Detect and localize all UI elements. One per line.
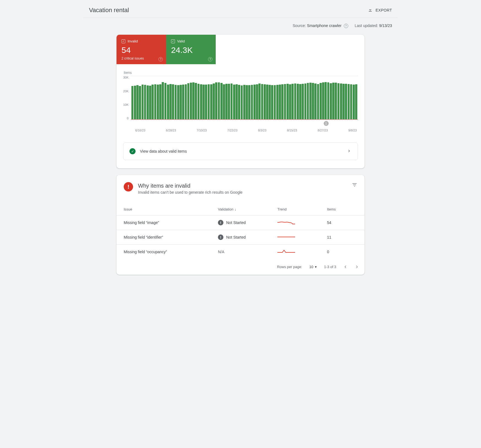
- chart-bar: [312, 83, 314, 120]
- pagination-range: 1-3 of 3: [324, 265, 336, 269]
- trend-sparkline: [270, 245, 320, 259]
- items-count: 54: [320, 215, 364, 230]
- chart-bar: [218, 82, 220, 120]
- x-tick: 8/15/23: [287, 129, 297, 132]
- help-icon[interactable]: ?: [208, 57, 212, 61]
- trend-sparkline: [270, 215, 320, 230]
- chart-bar: [325, 82, 327, 120]
- chart-bar: [134, 86, 136, 120]
- tile-invalid-value: 54: [121, 45, 161, 55]
- chart-bar: [332, 83, 334, 120]
- chart-bar: [353, 85, 355, 120]
- chevron-down-icon: ▾: [315, 265, 317, 269]
- chart-bar: [159, 84, 161, 120]
- tile-valid[interactable]: Valid 24.3K ?: [166, 35, 216, 64]
- chart-bar: [177, 85, 179, 120]
- chart-bar: [317, 84, 319, 120]
- chart-bar: [271, 85, 273, 120]
- y-tick: 30K: [123, 76, 129, 79]
- export-button[interactable]: EXPORT: [368, 7, 392, 13]
- chart-bar: [276, 85, 279, 120]
- chart-bar: [284, 84, 286, 120]
- chart-bar: [348, 84, 350, 120]
- chart-bar: [182, 85, 184, 120]
- chart-bar: [299, 84, 301, 120]
- chart-bar: [228, 84, 230, 120]
- chart-bar: [175, 85, 177, 120]
- col-trend[interactable]: Trend: [270, 203, 320, 215]
- chart-bar: [314, 83, 317, 120]
- x-tick: 6/16/23: [135, 129, 145, 132]
- chart-bar: [340, 83, 342, 120]
- chart-bar: [172, 84, 174, 120]
- chart-bar: [198, 84, 200, 120]
- validation-status: !Not Started: [211, 215, 270, 230]
- chart-bar: [269, 85, 271, 120]
- checkbox-icon: [121, 39, 125, 43]
- chart-bar: [131, 86, 134, 120]
- invalid-reasons-card: ! Why items are invalid Invalid items ca…: [117, 175, 364, 275]
- chart-bar: [294, 83, 296, 120]
- chart-bar: [190, 83, 192, 120]
- chart-bar: [297, 84, 299, 120]
- validation-status: !Not Started: [211, 230, 270, 245]
- chart-bar: [233, 85, 235, 120]
- y-tick: 10K: [123, 103, 129, 106]
- prev-page-button[interactable]: ‹: [343, 263, 347, 270]
- chart-bar: [337, 83, 340, 120]
- chart-bar: [136, 85, 139, 120]
- chart-bar: [208, 84, 210, 120]
- validation-status: N/A: [211, 245, 270, 259]
- chart-bar: [180, 85, 182, 120]
- issue-name: Missing field “image”: [117, 215, 211, 230]
- chart-bar: [205, 85, 207, 120]
- chart-bar: [248, 85, 250, 120]
- meta-row: Source: Smartphone crawler ? Last update…: [83, 18, 398, 28]
- col-validation[interactable]: Validation↓: [211, 203, 270, 215]
- table-row[interactable]: Missing field “identifier”!Not Started11: [117, 230, 364, 245]
- checkbox-icon: [171, 39, 175, 43]
- view-valid-items-button[interactable]: ✓ View data about valid items: [123, 142, 358, 160]
- tile-invalid-sub: 2 critical issues: [121, 56, 161, 60]
- chart-bar: [238, 85, 240, 120]
- items-count: 11: [320, 230, 364, 245]
- y-tick: 20K: [123, 90, 129, 93]
- chart-bar: [164, 83, 167, 120]
- chart-bar: [291, 84, 294, 120]
- next-page-button[interactable]: ›: [355, 263, 359, 270]
- export-label: EXPORT: [375, 8, 392, 12]
- chart-annotation[interactable]: 1: [324, 121, 329, 126]
- help-icon[interactable]: ?: [158, 57, 163, 61]
- chart-bar: [302, 84, 304, 120]
- chart-bar: [152, 85, 154, 120]
- x-tick: 9/8/23: [348, 129, 357, 132]
- chart-bar: [149, 86, 151, 120]
- table-row[interactable]: Missing field “occupancy”N/A0: [117, 245, 364, 259]
- chart-bar: [322, 82, 324, 120]
- issues-table: Issue Validation↓ Trend Items Missing fi…: [117, 203, 364, 259]
- download-icon: [368, 7, 373, 13]
- status-dot-icon: !: [218, 234, 223, 240]
- chart-bar: [210, 84, 212, 120]
- x-tick: 8/3/23: [258, 129, 266, 132]
- chart-bar: [200, 84, 202, 120]
- filter-icon[interactable]: [352, 182, 357, 188]
- chart-bar: [223, 84, 225, 120]
- chart-bar: [266, 85, 268, 120]
- x-tick: 7/10/23: [197, 129, 207, 132]
- table-row[interactable]: Missing field “image”!Not Started54: [117, 215, 364, 230]
- issue-name: Missing field “occupancy”: [117, 245, 211, 259]
- chart-bar: [225, 84, 228, 120]
- col-issue[interactable]: Issue: [117, 203, 211, 215]
- help-icon[interactable]: ?: [344, 24, 348, 28]
- chart-bar: [215, 82, 217, 120]
- chart-bar: [236, 84, 238, 120]
- chart-bar: [213, 83, 215, 120]
- col-items[interactable]: Items: [320, 203, 364, 215]
- chevron-right-icon: [347, 149, 352, 154]
- chart-bar: [220, 83, 223, 120]
- chart-bar: [335, 83, 337, 120]
- chart-bar: [243, 85, 245, 120]
- rows-per-page-select[interactable]: 10 ▾: [309, 265, 317, 269]
- tile-invalid[interactable]: Invalid 54 2 critical issues ?: [117, 35, 166, 64]
